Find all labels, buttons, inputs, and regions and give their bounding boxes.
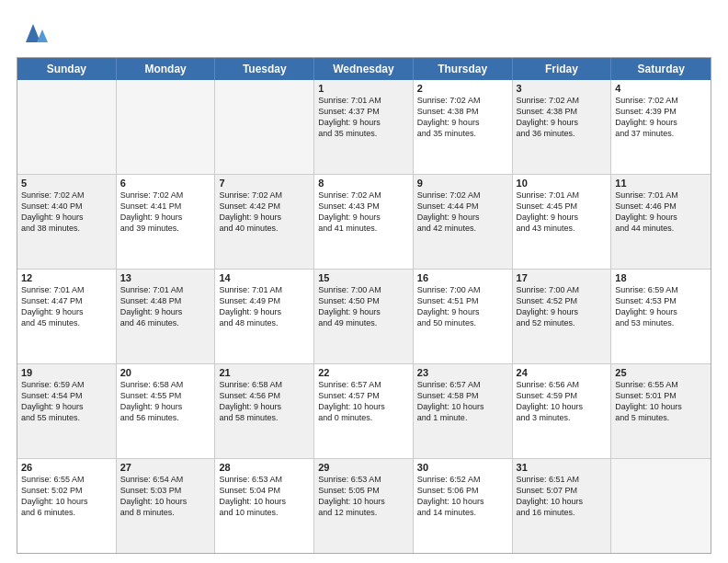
header	[17, 17, 711, 50]
day-cell-18: 18Sunrise: 6:59 AM Sunset: 4:53 PM Dayli…	[611, 270, 711, 363]
day-info: Sunrise: 7:01 AM Sunset: 4:49 PM Dayligh…	[219, 284, 310, 329]
day-info: Sunrise: 6:55 AM Sunset: 5:01 PM Dayligh…	[615, 379, 707, 424]
day-number: 14	[219, 272, 310, 283]
day-cell-29: 29Sunrise: 6:53 AM Sunset: 5:05 PM Dayli…	[314, 459, 414, 553]
day-info: Sunrise: 6:58 AM Sunset: 4:56 PM Dayligh…	[219, 379, 310, 424]
day-number: 29	[318, 462, 409, 473]
day-number: 10	[517, 178, 608, 189]
day-info: Sunrise: 7:02 AM Sunset: 4:43 PM Dayligh…	[318, 190, 409, 235]
calendar-row-3: 12Sunrise: 7:01 AM Sunset: 4:47 PM Dayli…	[17, 270, 711, 364]
day-number: 28	[219, 462, 310, 473]
day-number: 21	[219, 367, 310, 378]
day-cell-21: 21Sunrise: 6:58 AM Sunset: 4:56 PM Dayli…	[215, 364, 314, 458]
logo-icon	[17, 17, 50, 50]
day-info: Sunrise: 7:02 AM Sunset: 4:42 PM Dayligh…	[219, 190, 310, 235]
day-cell-16: 16Sunrise: 7:00 AM Sunset: 4:51 PM Dayli…	[414, 270, 513, 363]
day-number: 9	[417, 178, 508, 189]
calendar-header-row: SundayMondayTuesdayWednesdayThursdayFrid…	[17, 58, 711, 80]
day-info: Sunrise: 7:00 AM Sunset: 4:50 PM Dayligh…	[318, 284, 409, 329]
day-number: 4	[615, 83, 707, 94]
day-cell-11: 11Sunrise: 7:01 AM Sunset: 4:46 PM Dayli…	[611, 175, 711, 269]
day-number: 12	[21, 272, 112, 283]
day-info: Sunrise: 6:51 AM Sunset: 5:07 PM Dayligh…	[517, 474, 608, 519]
day-info: Sunrise: 6:53 AM Sunset: 5:05 PM Dayligh…	[318, 474, 409, 519]
day-info: Sunrise: 6:54 AM Sunset: 5:03 PM Dayligh…	[120, 474, 211, 519]
day-info: Sunrise: 7:00 AM Sunset: 4:52 PM Dayligh…	[517, 284, 608, 329]
day-info: Sunrise: 7:01 AM Sunset: 4:46 PM Dayligh…	[615, 190, 707, 235]
day-info: Sunrise: 7:01 AM Sunset: 4:47 PM Dayligh…	[21, 284, 112, 329]
day-cell-31: 31Sunrise: 6:51 AM Sunset: 5:07 PM Dayli…	[513, 459, 612, 553]
day-info: Sunrise: 7:02 AM Sunset: 4:41 PM Dayligh…	[120, 190, 211, 235]
empty-cell	[117, 80, 216, 174]
day-cell-27: 27Sunrise: 6:54 AM Sunset: 5:03 PM Dayli…	[117, 459, 216, 553]
empty-cell	[215, 80, 314, 174]
empty-cell	[17, 80, 117, 174]
day-number: 31	[517, 462, 608, 473]
calendar: SundayMondayTuesdayWednesdayThursdayFrid…	[17, 57, 711, 554]
day-number: 19	[21, 367, 112, 378]
day-number: 3	[517, 83, 608, 94]
day-cell-28: 28Sunrise: 6:53 AM Sunset: 5:04 PM Dayli…	[215, 459, 314, 553]
day-cell-5: 5Sunrise: 7:02 AM Sunset: 4:40 PM Daylig…	[17, 175, 117, 269]
day-cell-14: 14Sunrise: 7:01 AM Sunset: 4:49 PM Dayli…	[215, 270, 314, 363]
day-cell-6: 6Sunrise: 7:02 AM Sunset: 4:41 PM Daylig…	[117, 175, 216, 269]
day-info: Sunrise: 7:02 AM Sunset: 4:38 PM Dayligh…	[517, 95, 608, 140]
weekday-header-sunday: Sunday	[17, 58, 117, 80]
day-cell-26: 26Sunrise: 6:55 AM Sunset: 5:02 PM Dayli…	[17, 459, 117, 553]
day-cell-23: 23Sunrise: 6:57 AM Sunset: 4:58 PM Dayli…	[414, 364, 513, 458]
day-info: Sunrise: 6:52 AM Sunset: 5:06 PM Dayligh…	[417, 474, 508, 519]
day-cell-30: 30Sunrise: 6:52 AM Sunset: 5:06 PM Dayli…	[414, 459, 513, 553]
day-cell-22: 22Sunrise: 6:57 AM Sunset: 4:57 PM Dayli…	[314, 364, 414, 458]
day-cell-4: 4Sunrise: 7:02 AM Sunset: 4:39 PM Daylig…	[611, 80, 711, 174]
calendar-row-1: 1Sunrise: 7:01 AM Sunset: 4:37 PM Daylig…	[17, 80, 711, 175]
weekday-header-tuesday: Tuesday	[215, 58, 314, 80]
day-number: 25	[615, 367, 707, 378]
day-info: Sunrise: 6:57 AM Sunset: 4:58 PM Dayligh…	[417, 379, 508, 424]
day-cell-10: 10Sunrise: 7:01 AM Sunset: 4:45 PM Dayli…	[513, 175, 612, 269]
day-number: 24	[517, 367, 608, 378]
calendar-body: 1Sunrise: 7:01 AM Sunset: 4:37 PM Daylig…	[17, 80, 711, 553]
day-info: Sunrise: 7:02 AM Sunset: 4:39 PM Dayligh…	[615, 95, 707, 140]
day-cell-7: 7Sunrise: 7:02 AM Sunset: 4:42 PM Daylig…	[215, 175, 314, 269]
day-info: Sunrise: 6:57 AM Sunset: 4:57 PM Dayligh…	[318, 379, 409, 424]
day-info: Sunrise: 6:55 AM Sunset: 5:02 PM Dayligh…	[21, 474, 112, 519]
day-info: Sunrise: 7:00 AM Sunset: 4:51 PM Dayligh…	[417, 284, 508, 329]
day-number: 6	[120, 178, 211, 189]
day-info: Sunrise: 6:59 AM Sunset: 4:53 PM Dayligh…	[615, 284, 707, 329]
day-info: Sunrise: 7:01 AM Sunset: 4:45 PM Dayligh…	[517, 190, 608, 235]
weekday-header-saturday: Saturday	[611, 58, 711, 80]
day-number: 8	[318, 178, 409, 189]
day-cell-12: 12Sunrise: 7:01 AM Sunset: 4:47 PM Dayli…	[17, 270, 117, 363]
day-number: 20	[120, 367, 211, 378]
day-cell-1: 1Sunrise: 7:01 AM Sunset: 4:37 PM Daylig…	[314, 80, 414, 174]
day-info: Sunrise: 7:02 AM Sunset: 4:38 PM Dayligh…	[417, 95, 508, 140]
day-number: 27	[120, 462, 211, 473]
day-number: 26	[21, 462, 112, 473]
day-number: 5	[21, 178, 112, 189]
calendar-row-2: 5Sunrise: 7:02 AM Sunset: 4:40 PM Daylig…	[17, 175, 711, 270]
logo	[17, 17, 53, 50]
day-number: 15	[318, 272, 409, 283]
day-info: Sunrise: 6:59 AM Sunset: 4:54 PM Dayligh…	[21, 379, 112, 424]
weekday-header-monday: Monday	[117, 58, 216, 80]
day-cell-17: 17Sunrise: 7:00 AM Sunset: 4:52 PM Dayli…	[513, 270, 612, 363]
day-info: Sunrise: 7:01 AM Sunset: 4:48 PM Dayligh…	[120, 284, 211, 329]
day-number: 23	[417, 367, 508, 378]
day-cell-3: 3Sunrise: 7:02 AM Sunset: 4:38 PM Daylig…	[513, 80, 612, 174]
day-info: Sunrise: 7:02 AM Sunset: 4:40 PM Dayligh…	[21, 190, 112, 235]
day-number: 22	[318, 367, 409, 378]
day-cell-19: 19Sunrise: 6:59 AM Sunset: 4:54 PM Dayli…	[17, 364, 117, 458]
day-number: 13	[120, 272, 211, 283]
empty-cell	[611, 459, 711, 553]
day-info: Sunrise: 7:01 AM Sunset: 4:37 PM Dayligh…	[318, 95, 409, 140]
day-cell-25: 25Sunrise: 6:55 AM Sunset: 5:01 PM Dayli…	[611, 364, 711, 458]
page: SundayMondayTuesdayWednesdayThursdayFrid…	[0, 0, 728, 563]
weekday-header-wednesday: Wednesday	[314, 58, 414, 80]
day-number: 17	[517, 272, 608, 283]
day-number: 2	[417, 83, 508, 94]
day-cell-8: 8Sunrise: 7:02 AM Sunset: 4:43 PM Daylig…	[314, 175, 414, 269]
day-cell-24: 24Sunrise: 6:56 AM Sunset: 4:59 PM Dayli…	[513, 364, 612, 458]
day-info: Sunrise: 6:56 AM Sunset: 4:59 PM Dayligh…	[517, 379, 608, 424]
day-cell-13: 13Sunrise: 7:01 AM Sunset: 4:48 PM Dayli…	[117, 270, 216, 363]
weekday-header-thursday: Thursday	[414, 58, 513, 80]
